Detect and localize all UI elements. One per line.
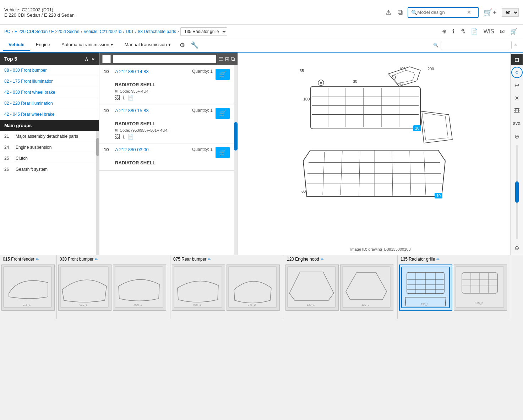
radiator-grille-edit-icon[interactable]: ✏: [436, 257, 440, 262]
thumb-label-radiator-grille: 135 Radiator grille ✏: [398, 255, 511, 263]
svg-text:030_2: 030_2: [134, 303, 142, 306]
thumb-front-bumper-2[interactable]: 030_2: [113, 264, 166, 311]
thumb-radiator-grille-1[interactable]: 135_1: [399, 264, 452, 311]
parts-scrollbar[interactable]: [234, 65, 238, 255]
part-image-icon-2[interactable]: 🖼: [115, 134, 120, 140]
code-table-icon-2: ⊞: [115, 128, 118, 132]
cart-add-icon[interactable]: 🛒+: [482, 7, 498, 18]
breadcrumb-vehicle[interactable]: Vehicle: C212002: [83, 29, 117, 34]
svg-text:015_1: 015_1: [23, 303, 31, 306]
thumb-rear-bumper-1[interactable]: 075_1: [172, 264, 225, 311]
main-groups-item-26[interactable]: 26 Gearshift system: [0, 164, 96, 175]
warning-icon[interactable]: ⚠: [384, 7, 393, 18]
cart-btn-3[interactable]: 🛒: [216, 147, 230, 158]
list-view-icon[interactable]: ☰: [218, 56, 223, 62]
zoom-in-drawing-icon[interactable]: ⊕: [511, 131, 523, 142]
search-clear-icon[interactable]: ✕: [467, 10, 471, 15]
email-icon[interactable]: ✉: [499, 27, 506, 36]
top5-close-btn[interactable]: «: [92, 56, 95, 62]
top5-list: 88 - 030 Front bumper 82 - 175 Front ill…: [0, 65, 99, 120]
part-info-icon-1[interactable]: ℹ: [123, 95, 125, 100]
breadcrumb-d01[interactable]: D01: [126, 29, 134, 34]
svg-text:120_1: 120_1: [307, 303, 315, 306]
svg-icon[interactable]: SVG: [511, 118, 523, 129]
thumb-images-radiator-grille: 135_1 135_2: [398, 263, 511, 319]
top5-item-4[interactable]: 82 - 220 Rear illumination: [0, 98, 99, 109]
tools-icon[interactable]: ⚙: [176, 40, 188, 50]
undo-icon[interactable]: ↩: [511, 80, 523, 91]
svg-text:075_1: 075_1: [193, 303, 201, 306]
copy-icon[interactable]: ⧉: [396, 7, 404, 18]
screenshot-icon[interactable]: ⊟: [511, 54, 523, 65]
part-number-1[interactable]: A 212 880 14 83: [115, 69, 189, 74]
circle-tool-icon[interactable]: ○: [511, 67, 523, 78]
main-groups-item-24[interactable]: 24 Engine suspension: [0, 142, 96, 153]
filter-icon[interactable]: ⚗: [459, 27, 467, 36]
tab-search-clear-icon[interactable]: ✕: [514, 43, 517, 48]
breadcrumb-pc[interactable]: PC: [4, 29, 10, 34]
main-layout: Top 5 ∧ « 88 - 030 Front bumper 82 - 175…: [0, 53, 523, 255]
svg-text:35: 35: [300, 69, 304, 73]
top5-item-2[interactable]: 82 - 175 Front illumination: [0, 76, 99, 87]
tab-automatic-transmission[interactable]: Automatic transmission ▾: [56, 39, 119, 51]
thumb-front-bumper-1[interactable]: 030_1: [58, 264, 111, 311]
thumb-radiator-grille-2[interactable]: 135_2: [454, 264, 507, 311]
thumb-group-engine-hood: 120 Engine hood ✏ 120_1 120_2: [284, 255, 398, 319]
rear-bumper-edit-icon[interactable]: ✏: [208, 257, 211, 262]
top5-collapse-btn[interactable]: ∧: [85, 55, 89, 62]
part-pos-2: 10: [104, 108, 112, 113]
image-save-icon[interactable]: 🖼: [511, 105, 523, 116]
cart-btn-1[interactable]: 🛒: [216, 69, 230, 80]
tab-engine[interactable]: Engine: [30, 39, 56, 51]
auto-trans-arrow-icon: ▾: [111, 42, 113, 47]
breadcrumb-radiator-dropdown[interactable]: 135 Radiator grille: [180, 27, 227, 36]
document-alert-icon[interactable]: 📄: [469, 27, 479, 36]
part-number-2[interactable]: A 212 880 15 83: [115, 108, 189, 113]
part-image-icon-1[interactable]: 🖼: [115, 95, 120, 100]
parts-color-white[interactable]: [102, 55, 111, 63]
thumb-group-radiator-grille: 135 Radiator grille ✏ 135_1: [398, 255, 511, 319]
cart-btn-2[interactable]: 🛒: [216, 108, 230, 119]
top5-item-1[interactable]: 88 - 030 Front bumper: [0, 65, 99, 76]
thumb-front-fender-1[interactable]: 015_1: [1, 264, 55, 311]
drawing-slider[interactable]: [515, 145, 519, 239]
parts-search-input[interactable]: [113, 55, 216, 63]
tab-vehicle[interactable]: Vehicle: [3, 39, 30, 51]
part-number-3[interactable]: A 212 880 03 00: [115, 147, 189, 152]
thumb-engine-hood-2[interactable]: 120_2: [340, 264, 393, 311]
tab-search-area: 🔍 ✕: [433, 41, 520, 49]
sidebar-scrollbar[interactable]: [96, 131, 99, 255]
tab-manual-transmission[interactable]: Manual transmission ▾: [119, 39, 176, 51]
grid-view-icon[interactable]: ⊞: [225, 56, 229, 62]
thumb-rear-bumper-2[interactable]: 075_2: [227, 264, 280, 311]
front-fender-edit-icon[interactable]: ✏: [36, 257, 39, 262]
wrench-icon[interactable]: 🔧: [188, 40, 201, 50]
parts-copy-icon[interactable]: ⧉: [231, 56, 235, 62]
crosshair-icon[interactable]: ✕: [511, 92, 523, 104]
info-icon[interactable]: ℹ: [451, 27, 456, 36]
breadcrumb-model[interactable]: E 220 CDI Sedan / E 220 d Sedan: [15, 29, 80, 34]
zoom-out-drawing-icon[interactable]: ⊖: [511, 242, 523, 253]
thumb-engine-hood-1[interactable]: 120_1: [285, 264, 339, 311]
part-doc-icon-1[interactable]: 📄: [127, 95, 134, 100]
wis-icon[interactable]: WIS: [482, 28, 496, 36]
header-search-input[interactable]: [417, 10, 467, 15]
tabs: Vehicle Engine Automatic transmission ▾ …: [0, 38, 523, 53]
svg-point-4: [320, 82, 322, 84]
top5-item-5[interactable]: 42 - 045 Rear wheel brake: [0, 109, 99, 120]
model-label: E 220 CDI Sedan / E 220 d Sedan: [4, 12, 75, 18]
vehicle-copy-icon[interactable]: ⧉: [119, 29, 122, 34]
zoom-in-icon[interactable]: ⊕: [441, 27, 448, 36]
part-info-icon-2[interactable]: ℹ: [123, 134, 125, 140]
front-bumper-edit-icon[interactable]: ✏: [95, 257, 98, 262]
breadcrumb-detachable[interactable]: 88 Detachable parts: [138, 29, 176, 34]
part-doc-icon-2[interactable]: 📄: [127, 134, 134, 140]
lang-select[interactable]: en: [502, 8, 519, 17]
svg-rect-35: [60, 267, 108, 307]
cart-icon[interactable]: 🛒: [509, 27, 519, 36]
main-groups-item-25[interactable]: 25 Clutch: [0, 153, 96, 164]
tab-search-input[interactable]: [441, 41, 512, 49]
top5-item-3[interactable]: 42 - 030 Front wheel brake: [0, 87, 99, 98]
main-groups-item-21[interactable]: 21 Major assembly detachable parts: [0, 131, 96, 142]
engine-hood-edit-icon[interactable]: ✏: [321, 257, 324, 262]
